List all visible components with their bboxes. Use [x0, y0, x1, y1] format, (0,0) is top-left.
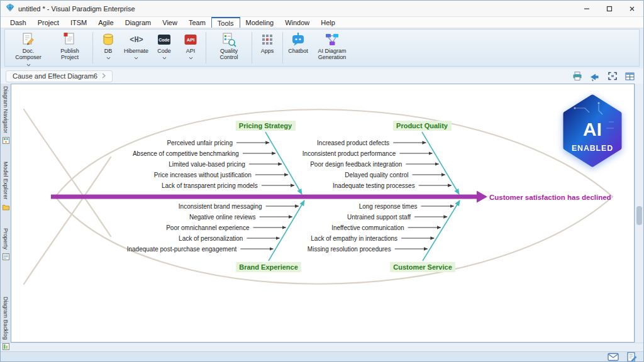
- cause-item[interactable]: Untrained support staff: [347, 214, 447, 221]
- menu-item-dash[interactable]: Dash: [4, 17, 32, 28]
- application-window: untitled * - Visual Paradigm Enterprise …: [0, 0, 644, 362]
- menu-item-tools[interactable]: Tools: [211, 17, 240, 28]
- grid-panel-icon[interactable]: [624, 71, 636, 82]
- cause-item[interactable]: Inadequate post-purchase engagement: [127, 246, 274, 253]
- menu-item-project[interactable]: Project: [32, 17, 65, 28]
- cause-item[interactable]: Delayed quality control: [345, 172, 445, 178]
- cause-label: Negative online reviews: [189, 214, 256, 221]
- announce-icon[interactable]: [589, 71, 601, 82]
- cause-label: Untrained support staff: [347, 214, 411, 221]
- api-icon: API: [182, 31, 199, 48]
- diagram-tab[interactable]: Cause and Effect Diagram6: [6, 70, 113, 82]
- code-button[interactable]: Code Code: [151, 30, 177, 65]
- chevron-down-icon: [106, 55, 111, 60]
- apps-button[interactable]: Apps: [254, 30, 280, 65]
- cause-label: Inadequate post-purchase engagement: [127, 246, 237, 253]
- chevron-down-icon: [26, 62, 31, 67]
- cause-item[interactable]: Perceived unfair pricing: [167, 140, 269, 146]
- category-label[interactable]: Pricing Strategy: [239, 122, 292, 129]
- menu-item-itsm[interactable]: ITSM: [65, 17, 92, 28]
- ai-enabled-badge: AIENABLED: [565, 97, 619, 165]
- ribbon-box: Doc. Composer Publish Project: [4, 29, 640, 67]
- cause-item[interactable]: Inconsistent brand messaging: [179, 203, 299, 210]
- hibernate-button[interactable]: <H> Hibernate: [121, 30, 151, 65]
- menu-item-help[interactable]: Help: [315, 17, 341, 28]
- dock-tab-label: Diagram Backlog: [3, 297, 9, 340]
- menu-item-agile[interactable]: Agile: [92, 17, 119, 28]
- apps-grid-icon: [259, 31, 275, 48]
- effect-label[interactable]: Customer satisfaction has declined: [489, 194, 611, 201]
- cause-label: Lack of empathy in interactions: [311, 235, 397, 242]
- spine-arrowhead-icon: [477, 191, 487, 203]
- cause-item[interactable]: Lack of transparent pricing models: [162, 182, 294, 189]
- cause-item[interactable]: Ineffective communication: [331, 224, 440, 231]
- diagram-navigator-icon: [3, 135, 9, 146]
- menu-item-team[interactable]: Team: [183, 17, 211, 28]
- ai-diagram-generation-button[interactable]: AI Diagram Generation: [311, 30, 353, 65]
- svg-text:Code: Code: [158, 38, 170, 42]
- category-bone[interactable]: [265, 132, 302, 194]
- cause-item[interactable]: Absence of competitive benchmarking: [133, 150, 275, 157]
- maximize-icon[interactable]: [598, 1, 621, 16]
- cause-item[interactable]: Inadequate testing processes: [333, 182, 452, 189]
- toolbar-label: Quality Control: [211, 48, 247, 61]
- fishbone-diagram: Perceived unfair pricingAbsence of compe…: [11, 84, 634, 342]
- toolbar-label: Apps: [261, 48, 274, 54]
- fishbone-spine[interactable]: [51, 191, 487, 203]
- fit-selection-icon[interactable]: [606, 71, 618, 82]
- db-button[interactable]: DB: [95, 30, 121, 65]
- menu-item-diagram[interactable]: Diagram: [119, 17, 157, 28]
- cause-item[interactable]: Price increases without justification: [154, 172, 288, 178]
- cause-label: Perceived unfair pricing: [167, 140, 233, 146]
- cause-item[interactable]: Long response times: [359, 203, 454, 210]
- cause-label: Limited value-based pricing: [169, 161, 245, 168]
- menu-item-view[interactable]: View: [157, 17, 183, 28]
- cause-label: Absence of competitive benchmarking: [133, 150, 239, 157]
- sidebar-item-property[interactable]: Property: [3, 228, 9, 263]
- menu-item-window[interactable]: Window: [279, 17, 315, 28]
- toolbar-label: Hibernate: [124, 48, 148, 54]
- cause-item[interactable]: Increased product defects: [317, 140, 426, 146]
- print-icon[interactable]: [571, 71, 583, 82]
- category-bone[interactable]: [269, 200, 304, 261]
- cause-item[interactable]: Negative online reviews: [189, 214, 292, 221]
- category-group: Long response timesUntrained support sta…: [308, 200, 460, 272]
- category-label[interactable]: Customer Service: [393, 263, 452, 271]
- toolbar-separator: [206, 32, 206, 63]
- cause-item[interactable]: Lack of personalization: [179, 235, 279, 242]
- mail-icon[interactable]: [608, 353, 619, 361]
- ribbon-toolbar: Doc. Composer Publish Project: [1, 28, 643, 69]
- cause-item[interactable]: Poor design feedback integration: [310, 161, 438, 168]
- sidebar-item-diagram-backlog[interactable]: Diagram Backlog: [3, 297, 9, 353]
- close-icon[interactable]: [621, 1, 643, 16]
- vertical-scrollbar[interactable]: [635, 84, 643, 343]
- publish-project-button[interactable]: Publish Project: [49, 30, 91, 65]
- diagram-canvas[interactable]: Perceived unfair pricingAbsence of compe…: [11, 84, 635, 343]
- horizontal-scrollbar[interactable]: [1, 343, 643, 351]
- cause-label: Increased product defects: [317, 140, 389, 146]
- diagram-tab-bar: Cause and Effect Diagram6: [1, 69, 643, 84]
- cause-item[interactable]: Poor omnichannel experience: [166, 224, 286, 231]
- cause-label: Lack of transparent pricing models: [162, 182, 258, 189]
- svg-text:<H>: <H>: [130, 36, 143, 45]
- api-button[interactable]: API API: [177, 30, 204, 65]
- cause-item[interactable]: Lack of empathy in interactions: [311, 235, 434, 242]
- cause-item[interactable]: Inconsistent product performance: [303, 150, 432, 157]
- category-label[interactable]: Brand Experience: [239, 263, 298, 271]
- vertical-scrollbar-handle[interactable]: [636, 206, 642, 225]
- cause-item[interactable]: Missing resolution procedures: [308, 246, 428, 253]
- quality-control-button[interactable]: Quality Control: [208, 30, 250, 65]
- category-label[interactable]: Product Quality: [396, 122, 448, 129]
- category-bone[interactable]: [422, 132, 459, 194]
- doc-composer-button[interactable]: Doc. Composer: [8, 30, 49, 65]
- edit-document-icon[interactable]: [626, 352, 637, 362]
- sidebar-item-diagram-navigator[interactable]: Diagram Navigator: [3, 86, 9, 146]
- cause-item[interactable]: Limited value-based pricing: [169, 161, 282, 168]
- menu-item-modeling[interactable]: Modeling: [240, 17, 280, 28]
- sidebar-item-model-explorer[interactable]: Model Explorer: [3, 162, 9, 213]
- category-bone[interactable]: [423, 200, 460, 261]
- chatbot-button[interactable]: Chatbot: [285, 30, 311, 65]
- cause-label: Poor omnichannel experience: [166, 224, 250, 231]
- minimize-icon[interactable]: [575, 1, 598, 16]
- toolbar-label: DB: [104, 48, 113, 54]
